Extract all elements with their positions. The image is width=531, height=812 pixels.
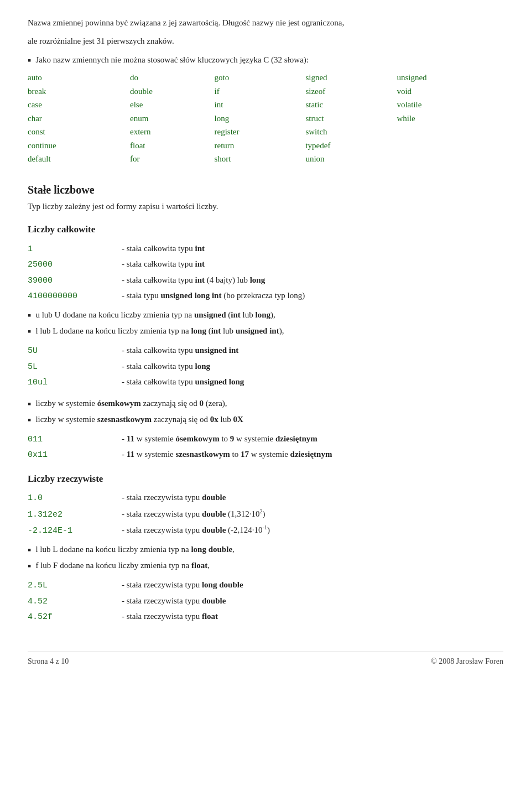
bullet-u-symbol: ▪	[28, 309, 31, 322]
bullet-l2-text: l lub L dodane na końcu liczby zmienia t…	[35, 543, 234, 556]
row-value: - stała całkowita typu int	[122, 242, 205, 255]
keyword-cell	[397, 125, 503, 139]
keyword-cell	[397, 139, 503, 153]
rzeczywiste-row: -2.124E-1- stała rzeczywista typu double…	[28, 523, 503, 538]
keyword-cell: extern	[130, 125, 215, 139]
intro-line2: ale rozróżnialne jest 31 pierwszych znak…	[28, 35, 503, 48]
keyword-cell: enum	[130, 112, 215, 126]
keyword-cell: goto	[214, 71, 305, 85]
suffix-row: 5U- stała całkowita typu unsigned int	[28, 344, 503, 358]
calkowite-row: 1- stała całkowita typu int	[28, 242, 503, 256]
row-value: - stała całkowita typu long	[122, 360, 210, 373]
row-key: 2.5L	[28, 580, 122, 592]
row-key: 39000	[28, 275, 122, 288]
row-key: 1.0	[28, 492, 122, 505]
keyword-cell: double	[130, 85, 215, 98]
row-value: - stała typu unsigned long int (bo przek…	[122, 289, 305, 302]
bullet-f-item: ▪ f lub F dodane na końcu liczby zmienia…	[28, 559, 503, 573]
section-stale-subtext: Typ liczby zależny jest od formy zapisu …	[28, 200, 503, 213]
bullet-f-symbol: ▪	[28, 559, 31, 573]
keyword-cell: typedef	[305, 139, 397, 153]
row-key: -2.124E-1	[28, 525, 122, 538]
keyword-cell: const	[28, 125, 130, 139]
bullet-szesn-symbol: ▪	[28, 413, 31, 427]
suffix-row: 10ul- stała całkowita typu unsigned long	[28, 376, 503, 389]
row-value: - stała całkowita typu int	[122, 258, 205, 270]
row-value: - stała rzeczywista typu double	[122, 595, 226, 607]
bullet-u-item: ▪ u lub U dodane na końcu liczby zmienia…	[28, 309, 503, 322]
bullet-osemk-symbol: ▪	[28, 397, 31, 411]
bullet-szesn-text: liczby w systemie szesnastkowym zaczynaj…	[35, 413, 243, 426]
system-row: 011- 11 w systemie ósemkowym to 9 w syst…	[28, 433, 503, 446]
keyword-cell: switch	[305, 125, 397, 139]
row-value: - stała całkowita typu int (4 bajty) lub…	[122, 274, 265, 287]
keyword-cell: auto	[28, 71, 130, 85]
row-key: 5L	[28, 361, 122, 374]
row-key: 10ul	[28, 377, 122, 389]
keyword-cell: unsigned	[397, 71, 503, 85]
calkowite-row: 4100000000- stała typu unsigned long int…	[28, 289, 503, 303]
keyword-cell: int	[214, 98, 305, 112]
bullet-szesn-item: ▪ liczby w systemie szesnastkowym zaczyn…	[28, 413, 503, 427]
bullet-symbol: ▪	[28, 54, 31, 67]
system-row: 0x11- 11 w systemie szesnastkowym to 17 …	[28, 448, 503, 462]
row-key: 4.52	[28, 596, 122, 608]
row-key: 4100000000	[28, 290, 122, 303]
footer-page: Strona 4 z 10	[28, 655, 69, 667]
row-key: 4.52f	[28, 611, 122, 624]
keywords-table: autodogotosignedunsignedbreakdoubleifsiz…	[28, 71, 503, 166]
calkowite-row: 25000- stała całkowita typu int	[28, 258, 503, 272]
footer: Strona 4 z 10 © 2008 Jarosław Foren	[28, 652, 503, 667]
keyword-cell: case	[28, 98, 130, 112]
keyword-cell: if	[214, 85, 305, 98]
row-value: - stała rzeczywista typu double (1,312·1…	[122, 507, 266, 520]
bullet-osemk-text: liczby w systemie ósemkowym zaczynają si…	[35, 397, 227, 410]
intro-line1: Nazwa zmiennej powinna być związana z je…	[28, 17, 503, 29]
row-value: - 11 w systemie szesnastkowym to 17 w sy…	[122, 448, 332, 461]
suffix-row: 5L- stała całkowita typu long	[28, 360, 503, 374]
keyword-cell: return	[214, 139, 305, 153]
keyword-cell: volatile	[397, 98, 503, 112]
keywords-intro-text: Jako nazw zmiennych nie można stosować s…	[35, 54, 309, 66]
bullet-l2-symbol: ▪	[28, 543, 31, 557]
keyword-cell: short	[214, 152, 305, 166]
footer-author: © 2008 Jarosław Foren	[431, 655, 503, 667]
rzecz-suffix-row: 2.5L- stała rzeczywista typu long double	[28, 579, 503, 592]
bullet-l-item: ▪ l lub L dodane na końcu liczby zmienia…	[28, 325, 503, 339]
rzeczywiste-row: 1.312e2- stała rzeczywista typu double (…	[28, 507, 503, 522]
bullet-f-text: f lub F dodane na końcu liczby zmienia t…	[35, 559, 210, 572]
section-calkowite-heading: Liczby całkowite	[28, 222, 503, 237]
keyword-cell	[397, 152, 503, 166]
row-key: 1	[28, 243, 122, 256]
keyword-cell: else	[130, 98, 215, 112]
calkowite-row: 39000- stała całkowita typu int (4 bajty…	[28, 274, 503, 288]
keyword-cell: union	[305, 152, 397, 166]
row-key: 25000	[28, 259, 122, 272]
row-value: - stała całkowita typu unsigned int	[122, 344, 238, 357]
section-rzeczywiste-heading: Liczby rzeczywiste	[28, 472, 503, 486]
row-value: - stała całkowita typu unsigned long	[122, 376, 244, 388]
keyword-cell: for	[130, 152, 215, 166]
bullet-l2-item: ▪ l lub L dodane na końcu liczby zmienia…	[28, 543, 503, 557]
rzecz-suffix-row: 4.52f- stała rzeczywista typu float	[28, 610, 503, 624]
keyword-cell: break	[28, 85, 130, 98]
row-key: 5U	[28, 345, 122, 358]
keywords-intro: ▪ Jako nazw zmiennych nie można stosować…	[28, 54, 503, 67]
row-key: 011	[28, 434, 122, 446]
bullet-l-text: l lub L dodane na końcu liczby zmienia t…	[35, 325, 284, 337]
keyword-cell: default	[28, 152, 130, 166]
bullet-u-text: u lub U dodane na końcu liczby zmienia t…	[35, 309, 275, 321]
row-value: - stała rzeczywista typu double	[122, 491, 226, 504]
keyword-cell: do	[130, 71, 215, 85]
keyword-cell: long	[214, 112, 305, 126]
rzecz-suffix-row: 4.52- stała rzeczywista typu double	[28, 595, 503, 608]
keyword-cell: sizeof	[305, 85, 397, 98]
keyword-cell: continue	[28, 139, 130, 153]
keyword-cell: signed	[305, 71, 397, 85]
keyword-cell: while	[397, 112, 503, 126]
row-key: 0x11	[28, 449, 122, 462]
keyword-cell: struct	[305, 112, 397, 126]
keyword-cell: void	[397, 85, 503, 98]
keyword-cell: char	[28, 112, 130, 126]
bullet-l-symbol: ▪	[28, 325, 31, 339]
